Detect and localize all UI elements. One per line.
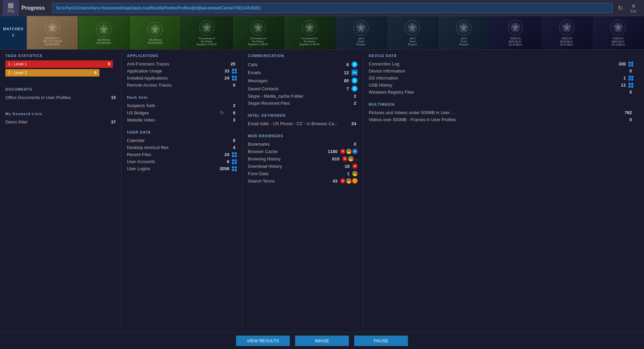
list-item[interactable]: Device Information 0 [369, 67, 633, 74]
list-item[interactable]: Installed Applications 24 [127, 74, 237, 82]
list-item[interactable]: Demo INtel 37 [5, 118, 116, 126]
passport-korea3[interactable]: 대한민국 REPUBLIC OF KOREA [593, 16, 644, 49]
path-input[interactable] [52, 3, 612, 13]
list-item[interactable]: Calendar 0 [127, 137, 237, 144]
stat-count: 1 [339, 171, 350, 176]
passport-philippines1[interactable]: PILIPINAS PASAPORTE [78, 16, 130, 49]
list-item[interactable]: User Logins 2058 [127, 165, 237, 172]
refresh-icon: ↻ [220, 110, 224, 115]
list-item[interactable]: Email Addr - US Phone - CC - in Browser … [248, 120, 358, 127]
stat-label: Browsing History [248, 156, 329, 161]
list-item[interactable]: Pictures and Videos under 500MB in User … [369, 109, 633, 116]
list-item[interactable]: Desktop shortcut files 4 [127, 144, 237, 151]
list-item[interactable]: Skype - Media_cache Folder 2 [248, 93, 358, 100]
list-item[interactable]: Website Video 3 [127, 116, 237, 123]
list-item[interactable]: Calls 6 S [248, 60, 358, 68]
passport-israel3[interactable]: דרכון Israel Passport [438, 16, 490, 49]
stat-count: 7 [339, 86, 349, 91]
chrome-icon [346, 149, 352, 154]
tag-level2-bar[interactable]: 2 - Level 2 6 [5, 69, 99, 77]
exit-button[interactable]: ✕ Exit [625, 0, 641, 16]
stat-count: 12 [339, 70, 349, 75]
list-item[interactable]: Videos over 500MB - Frames in User Profi… [369, 116, 633, 123]
intel-keywords-title: INTEL KEYWORDS [248, 113, 358, 117]
stop-label: Stop [7, 9, 14, 13]
list-item[interactable]: Saved Contacts 7 S [248, 85, 358, 93]
stop-button[interactable]: Stop [3, 0, 19, 16]
passport-israel1[interactable]: דרכון Israel Passport [335, 16, 387, 49]
list-item[interactable]: Suspects Safe 3 [127, 102, 237, 109]
opera-icon: O [352, 163, 358, 169]
passport-iran2[interactable]: Government of the Islamic Republic of IR… [233, 16, 284, 49]
list-item[interactable]: Browser Cache 1180 O e [248, 148, 358, 155]
stat-count: 1180 [327, 149, 337, 154]
list-item[interactable]: Download History 18 O [248, 162, 358, 170]
tag-level1-bar[interactable]: 1 - Level 1 9 [5, 60, 113, 68]
list-item[interactable]: Emails 12 Ox [248, 68, 358, 77]
list-item[interactable]: Bookmarks 0 [248, 141, 358, 148]
windows-icon [629, 62, 633, 66]
matches-label-container: MATCHES ‹ [0, 16, 27, 49]
stat-label: Windows Registry Files [369, 90, 622, 95]
passport-korea2[interactable]: 대한민국 REPUBLIC OF KOREA [541, 16, 593, 49]
list-item[interactable]: US Bridges ↻ 9 [127, 109, 237, 116]
tag-level1-count: 9 [108, 62, 110, 66]
list-item[interactable]: Browsing History 610 O ... [248, 155, 358, 162]
list-item[interactable]: Connection Log 330 [369, 60, 633, 67]
windows-icon [232, 152, 237, 157]
passport-iran3[interactable]: Government of the Islamic Republic of IR… [284, 16, 335, 49]
exit-x-icon: ✕ [631, 3, 636, 9]
list-item[interactable]: USB History 11 [369, 82, 633, 89]
passport-israel2[interactable]: דרכון Israel Passport [387, 16, 438, 49]
stat-label: OS Information [369, 76, 616, 81]
list-item[interactable]: OS Information 1 [369, 74, 633, 82]
dots-icon: ... [354, 156, 358, 161]
passport-korea1[interactable]: 대한민국 REPUBLIC OF KOREA [490, 16, 541, 49]
view-results-button[interactable]: VIEW RESULTS [236, 336, 290, 346]
passport-ecuador[interactable]: REPÚBLICA DEL ECUADOR PASAPORTE [27, 16, 78, 49]
stat-label: Office Documents in User Profiles [5, 95, 106, 100]
device-data-title: DEVICE DATA [369, 54, 633, 58]
opera-icon: O [340, 178, 346, 184]
refresh-button[interactable]: ↻ [615, 3, 625, 13]
list-item[interactable]: Application Usage 33 [127, 67, 237, 74]
stat-count: 2 [346, 101, 356, 106]
stat-count: 1 [616, 76, 626, 81]
stat-count: 24 [219, 76, 229, 81]
matches-chevron-left[interactable]: ‹ [12, 31, 15, 39]
chrome-icon [346, 178, 352, 184]
stat-count: 3 [225, 117, 235, 122]
top-bar: Stop Progress ↻ ✕ Exit [0, 0, 644, 16]
pause-button[interactable]: PAUSE [354, 336, 408, 346]
windows-icon [232, 69, 237, 73]
chrome-icon [348, 156, 354, 161]
hashsets-title: Hash Sets [127, 95, 237, 99]
bottom-bar: VIEW RESULTS IMAGE PAUSE [0, 332, 644, 349]
stat-label: Calendar [127, 138, 225, 143]
list-item[interactable]: User Accounts 6 [127, 158, 237, 165]
list-item[interactable]: Windows Registry Files 5 [369, 89, 633, 96]
windows-icon [629, 83, 633, 88]
matches-bar: MATCHES ‹ REPÚBLICA DEL ECUADOR PASAPORT… [0, 16, 644, 50]
passport-philippines2[interactable]: PILIPINAS PASAPORTE [130, 16, 181, 49]
list-item[interactable]: Office Documents in User Profiles 15 [5, 94, 116, 101]
firefox-icon [352, 178, 358, 184]
list-item[interactable]: Messages 80 S [248, 77, 358, 85]
stat-label: US Bridges [127, 110, 220, 115]
list-item[interactable]: Anti-Forensics Traces 20 [127, 60, 237, 67]
stat-label: Desktop shortcut files [127, 145, 225, 150]
keyword-lists-title: My Keyword Lists [5, 112, 116, 116]
passport-iran1[interactable]: Government of the Islamic Republic of IR… [181, 16, 233, 49]
left-column: TAGS STATISTICS 1 - Level 1 9 2 - Level … [5, 54, 121, 328]
stat-count: 2058 [219, 166, 229, 171]
stat-count: 20 [225, 61, 235, 66]
image-button[interactable]: IMAGE [295, 336, 349, 346]
list-item[interactable]: Search Terms 43 O [248, 177, 358, 185]
list-item[interactable]: Form Data 1 [248, 170, 358, 177]
list-item[interactable]: Skype Received Files 2 [248, 100, 358, 107]
browser-icons: O [340, 178, 358, 184]
browser-icons [352, 171, 358, 176]
list-item[interactable]: Remote Access Traces 0 [127, 82, 237, 89]
list-item[interactable]: Recent Files 24 [127, 151, 237, 158]
stat-count: 11 [616, 83, 626, 88]
